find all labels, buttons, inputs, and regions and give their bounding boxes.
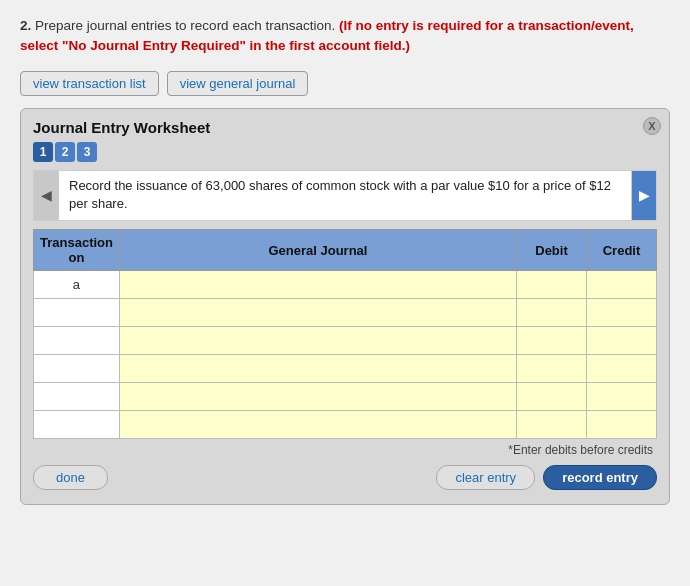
general-journal-input[interactable] (124, 327, 512, 354)
debit-cell[interactable] (517, 411, 587, 439)
debit-input[interactable] (521, 327, 582, 354)
table-row: a (34, 271, 657, 299)
general-journal-cell[interactable] (119, 271, 516, 299)
transaction-cell (34, 383, 120, 411)
done-button[interactable]: done (33, 465, 108, 490)
worksheet-title: Journal Entry Worksheet (33, 119, 657, 136)
right-buttons: clear entry record entry (436, 465, 657, 490)
tab-row: 1 2 3 (33, 142, 657, 162)
transaction-cell (34, 411, 120, 439)
transaction-description: Record the issuance of 63,000 shares of … (58, 171, 632, 221)
credit-input[interactable] (591, 383, 652, 410)
debit-cell[interactable] (517, 271, 587, 299)
credit-input[interactable] (591, 327, 652, 354)
transaction-cell (34, 355, 120, 383)
record-entry-button[interactable]: record entry (543, 465, 657, 490)
credit-input[interactable] (591, 271, 652, 298)
debit-input[interactable] (521, 299, 582, 326)
general-journal-input[interactable] (124, 355, 512, 382)
transaction-cell (34, 327, 120, 355)
instruction-body: Prepare journal entries to record each t… (35, 18, 339, 33)
general-journal-cell[interactable] (119, 327, 516, 355)
general-journal-input[interactable] (124, 383, 512, 410)
worksheet-panel: Journal Entry Worksheet X 1 2 3 ◀ Record… (20, 108, 670, 506)
general-journal-cell[interactable] (119, 355, 516, 383)
tab-2[interactable]: 2 (55, 142, 75, 162)
table-header-row: Transactionon General Journal Debit Cred… (34, 230, 657, 271)
transaction-nav: ◀ Record the issuance of 63,000 shares o… (33, 170, 657, 222)
debit-cell[interactable] (517, 299, 587, 327)
close-button[interactable]: X (643, 117, 661, 135)
general-journal-cell[interactable] (119, 383, 516, 411)
credit-input[interactable] (591, 411, 652, 438)
credit-input[interactable] (591, 355, 652, 382)
table-row (34, 299, 657, 327)
table-row (34, 383, 657, 411)
table-row (34, 411, 657, 439)
transaction-cell: a (34, 271, 120, 299)
credit-cell[interactable] (587, 383, 657, 411)
table-row (34, 327, 657, 355)
bottom-button-row: done clear entry record entry (33, 465, 657, 490)
tab-3[interactable]: 3 (77, 142, 97, 162)
view-transaction-list-button[interactable]: view transaction list (20, 71, 159, 96)
nav-left-button[interactable]: ◀ (34, 171, 58, 221)
general-journal-input[interactable] (124, 411, 512, 438)
credit-input[interactable] (591, 299, 652, 326)
credit-cell[interactable] (587, 299, 657, 327)
transaction-cell (34, 299, 120, 327)
general-journal-input[interactable] (124, 299, 512, 326)
general-journal-cell[interactable] (119, 411, 516, 439)
table-row (34, 355, 657, 383)
debit-cell[interactable] (517, 327, 587, 355)
credit-cell[interactable] (587, 271, 657, 299)
col-credit: Credit (587, 230, 657, 271)
nav-right-button[interactable]: ▶ (632, 171, 656, 221)
journal-table: Transactionon General Journal Debit Cred… (33, 229, 657, 439)
hint-text: *Enter debits before credits (33, 443, 657, 457)
link-buttons: view transaction list view general journ… (20, 71, 670, 96)
credit-cell[interactable] (587, 411, 657, 439)
credit-cell[interactable] (587, 355, 657, 383)
col-transaction: Transactionon (34, 230, 120, 271)
debit-input[interactable] (521, 411, 582, 438)
debit-input[interactable] (521, 271, 582, 298)
general-journal-cell[interactable] (119, 299, 516, 327)
col-general-journal: General Journal (119, 230, 516, 271)
debit-input[interactable] (521, 383, 582, 410)
general-journal-input[interactable] (124, 271, 512, 298)
clear-entry-button[interactable]: clear entry (436, 465, 535, 490)
credit-cell[interactable] (587, 327, 657, 355)
debit-cell[interactable] (517, 383, 587, 411)
instruction-text: 2. Prepare journal entries to record eac… (20, 16, 670, 57)
debit-input[interactable] (521, 355, 582, 382)
view-general-journal-button[interactable]: view general journal (167, 71, 309, 96)
col-debit: Debit (517, 230, 587, 271)
instruction-number: 2. (20, 18, 31, 33)
tab-1[interactable]: 1 (33, 142, 53, 162)
debit-cell[interactable] (517, 355, 587, 383)
